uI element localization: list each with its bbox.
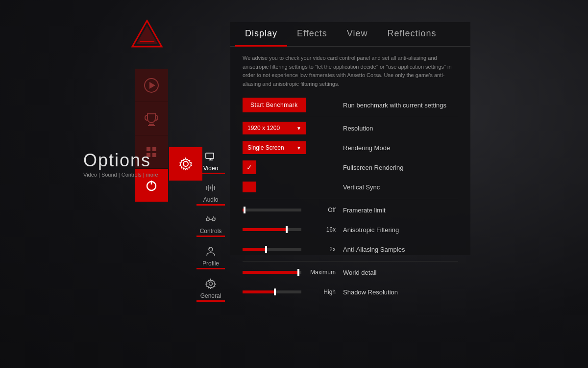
resolution-control: 1920 x 1200 ▼ — [243, 122, 306, 134]
resolution-label: Resolution — [343, 125, 373, 132]
side-icons — [135, 69, 168, 202]
resolution-dropdown[interactable]: 1920 x 1200 ▼ — [243, 122, 306, 134]
antialiasing-row: 2x Anti-Aliasing Samples — [243, 241, 458, 257]
main-panel: Display Effects View Reflections We advi… — [230, 22, 470, 255]
shadow-resolution-slider[interactable] — [243, 290, 301, 293]
tab-effects[interactable]: Effects — [287, 22, 337, 47]
vsync-toggle[interactable] — [243, 182, 256, 192]
world-detail-control — [243, 271, 306, 274]
rendering-mode-row: Single Screen ▼ Rendering Mode — [243, 140, 458, 156]
chevron-down-icon-2: ▼ — [296, 145, 301, 151]
options-section: Options Video | Sound | Controls | more — [83, 147, 202, 181]
general-icon — [205, 278, 217, 291]
divider-2 — [243, 199, 458, 199]
vsync-control — [243, 182, 306, 192]
framerate-thumb — [244, 207, 245, 213]
svg-point-14 — [183, 161, 188, 166]
world-detail-fill — [243, 271, 298, 274]
shadow-resolution-label: Shadow Resolution — [343, 289, 398, 296]
antialiasing-slider[interactable] — [243, 248, 301, 251]
options-title: Options Video | Sound | Controls | more — [83, 150, 158, 178]
rendering-mode-control: Single Screen ▼ — [243, 141, 306, 154]
antialiasing-value: 2x — [306, 246, 336, 253]
profile-icon — [205, 246, 217, 259]
tab-display[interactable]: Display — [235, 22, 287, 47]
antialiasing-fill — [243, 248, 266, 251]
start-benchmark-button[interactable]: Start Benchmark — [243, 98, 306, 112]
nav-video-label: Video — [203, 165, 218, 172]
framerate-control — [243, 209, 306, 211]
svg-rect-7 — [148, 125, 155, 126]
framerate-label: Framerate limit — [343, 207, 386, 214]
audio-icon — [205, 183, 217, 195]
rendering-mode-dropdown[interactable]: Single Screen ▼ — [243, 141, 306, 154]
tabs: Display Effects View Reflections — [230, 22, 470, 47]
anisotropic-slider[interactable] — [243, 228, 301, 231]
world-detail-row: Maximum World detail — [243, 264, 458, 280]
fullscreen-label: Fullscreen Rendering — [343, 164, 404, 171]
antialiasing-label: Anti-Aliasing Samples — [343, 246, 405, 253]
world-detail-slider[interactable] — [243, 271, 301, 274]
nav-item-general[interactable]: General — [194, 276, 228, 304]
nav-general-bar — [196, 300, 225, 302]
career-button[interactable] — [135, 102, 168, 135]
nav-item-audio[interactable]: Audio — [194, 181, 228, 208]
antialiasing-thumb — [265, 246, 267, 253]
trophy-icon — [143, 110, 160, 128]
nav-audio-bar — [196, 204, 225, 206]
fullscreen-checkbox[interactable]: ✓ — [243, 160, 256, 174]
svg-point-28 — [212, 218, 215, 221]
svg-line-30 — [212, 218, 212, 218]
framerate-value: Off — [306, 207, 336, 213]
advisory-text: We advise you to check your video card c… — [243, 54, 458, 88]
svg-line-31 — [215, 218, 216, 218]
anisotropic-row: 16x Anisotropic Filtering — [243, 222, 458, 237]
anisotropic-label: Anisotropic Filtering — [343, 226, 399, 234]
nav-video-bar — [196, 173, 225, 174]
framerate-row: Off Framerate limit — [243, 202, 458, 218]
anisotropic-value: 16x — [306, 226, 336, 233]
drive-button[interactable] — [135, 69, 168, 102]
drive-icon — [143, 77, 160, 94]
chevron-down-icon: ▼ — [296, 126, 301, 131]
logo-area: ASSETTO CORSA — [127, 20, 186, 54]
nav-audio-label: Audio — [203, 196, 219, 203]
world-detail-label: World detail — [343, 269, 376, 276]
rendering-mode-label: Rendering Mode — [343, 144, 390, 152]
fullscreen-control: ✓ — [243, 160, 306, 174]
content-area: We advise you to check your video card c… — [230, 47, 470, 311]
framerate-slider[interactable] — [243, 209, 301, 211]
anisotropic-control — [243, 228, 306, 231]
divider-3 — [243, 261, 458, 262]
nav-controls-label: Controls — [200, 228, 222, 235]
shadow-resolution-value: High — [306, 289, 336, 295]
world-detail-thumb — [297, 269, 299, 276]
tab-view[interactable]: View — [337, 22, 378, 47]
svg-marker-5 — [149, 82, 155, 89]
controls-icon — [205, 214, 217, 227]
nav-item-video[interactable]: Video — [194, 150, 228, 176]
nav-profile-bar — [196, 268, 225, 269]
nav-items: Video Audio — [194, 150, 228, 304]
svg-rect-15 — [206, 153, 214, 158]
assetto-corsa-logo: ASSETTO CORSA — [127, 20, 167, 49]
world-detail-value: Maximum — [306, 269, 336, 276]
antialiasing-control — [243, 248, 306, 251]
resolution-row: 1920 x 1200 ▼ Resolution — [243, 120, 458, 136]
divider-1 — [243, 117, 458, 117]
nav-item-profile[interactable]: Profile — [194, 244, 228, 271]
nav-item-controls[interactable]: Controls — [194, 212, 228, 239]
shadow-resolution-row: High Shadow Resolution — [243, 284, 458, 300]
fullscreen-row: ✓ Fullscreen Rendering — [243, 159, 458, 175]
tab-reflections[interactable]: Reflections — [377, 22, 446, 47]
svg-point-24 — [206, 218, 209, 221]
nav-profile-label: Profile — [202, 260, 219, 267]
anisotropic-thumb — [286, 226, 288, 233]
vsync-row: Vertical Sync — [243, 179, 458, 195]
benchmark-control: Start Benchmark — [243, 98, 306, 112]
svg-point-34 — [209, 282, 213, 286]
video-icon — [205, 152, 217, 164]
nav-general-label: General — [200, 292, 221, 299]
shadow-resolution-thumb — [274, 289, 276, 295]
nav-controls-bar — [196, 236, 225, 237]
